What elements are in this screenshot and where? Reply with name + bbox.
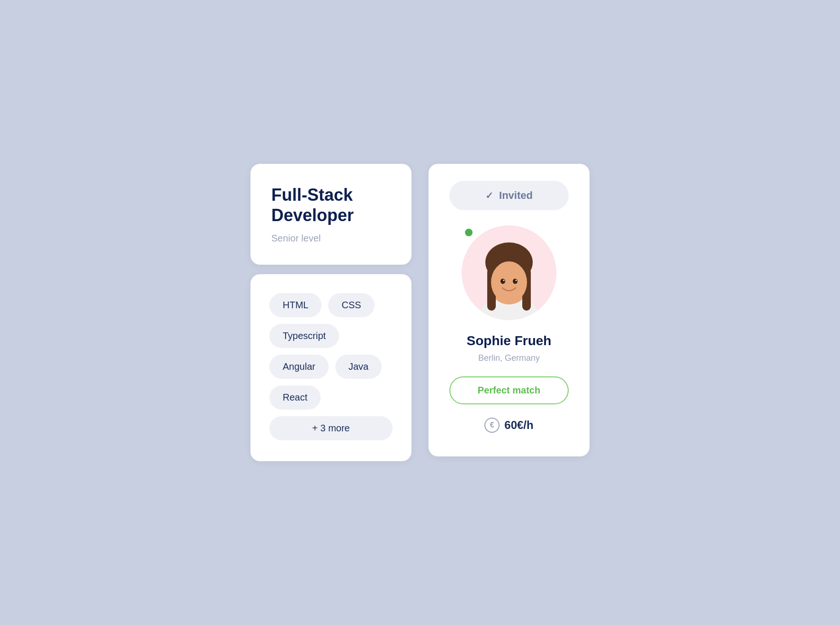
candidate-location: Berlin, Germany <box>478 353 540 363</box>
check-icon: ✓ <box>485 190 493 201</box>
candidate-name: Sophie Frueh <box>467 333 552 348</box>
skill-tag-java: Java <box>335 355 382 379</box>
euro-icon: € <box>484 418 500 433</box>
more-skills-tag[interactable]: + 3 more <box>269 416 393 440</box>
svg-point-9 <box>513 278 518 284</box>
avatar-svg <box>462 225 556 320</box>
skill-tag-css: CSS <box>328 293 374 317</box>
left-column: Full-Stack Developer Senior level HTML C… <box>250 164 411 461</box>
skill-tag-react: React <box>269 385 321 410</box>
rate-value: 60€/h <box>504 419 533 432</box>
job-title: Full-Stack Developer <box>271 185 391 225</box>
cards-container: Full-Stack Developer Senior level HTML C… <box>250 164 590 461</box>
skills-card: HTML CSS Typescript Angular Java React +… <box>250 274 411 461</box>
svg-point-8 <box>500 278 505 284</box>
perfect-match-badge[interactable]: Perfect match <box>449 376 569 404</box>
skill-tag-angular: Angular <box>269 355 329 379</box>
candidate-card: ✓ Invited <box>429 164 590 456</box>
skill-tag-typescript: Typescript <box>269 324 339 348</box>
rate-row: € 60€/h <box>484 418 533 433</box>
job-level: Senior level <box>271 233 391 244</box>
skill-tag-html: HTML <box>269 293 322 317</box>
invited-badge[interactable]: ✓ Invited <box>449 181 569 210</box>
svg-point-10 <box>503 279 505 281</box>
svg-point-11 <box>516 279 517 281</box>
job-card: Full-Stack Developer Senior level <box>250 164 411 265</box>
svg-point-7 <box>491 261 527 303</box>
euro-symbol: € <box>490 421 494 429</box>
avatar-container <box>462 225 556 320</box>
invited-label: Invited <box>499 189 533 202</box>
skills-grid: HTML CSS Typescript Angular Java React +… <box>269 293 393 440</box>
avatar-background <box>462 225 556 320</box>
online-status-dot <box>464 227 474 238</box>
